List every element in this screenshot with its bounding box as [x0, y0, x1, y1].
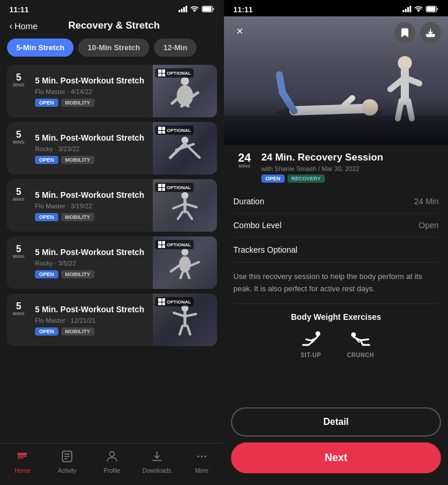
exercises-section: Body Weight Exercises: [233, 304, 439, 367]
tag-mobility: MOBILITY: [61, 270, 94, 278]
svg-rect-49: [405, 9, 407, 12]
crunch-label: CRUNCH: [347, 352, 374, 358]
optional-label: OPTIONAL: [167, 242, 191, 247]
download-button[interactable]: [420, 22, 441, 43]
svg-rect-36: [18, 456, 27, 457]
optional-badge: OPTIONAL: [155, 183, 194, 192]
nav-label-activity: Activity: [58, 467, 76, 474]
card-duration: 5 MINS: [7, 65, 30, 117]
svg-line-31: [174, 313, 185, 316]
battery-icon: [426, 6, 439, 13]
tab-5min[interactable]: 5-Min Stretch: [7, 39, 74, 57]
svg-point-23: [181, 249, 188, 256]
card-duration: 5 MINS: [7, 236, 30, 289]
card-tags: OPEN MOBILITY: [35, 156, 148, 164]
card-title: 5 Min. Post-Workout Stretch: [35, 132, 148, 143]
card-duration: 5 MINS: [7, 179, 30, 232]
workout-card[interactable]: 5 MINS 5 Min. Post-Workout Stretch Flo M…: [7, 65, 217, 117]
card-thumbnail: OPTIONAL: [153, 294, 217, 346]
card-duration: 5 MINS: [7, 294, 30, 346]
optional-badge: OPTIONAL: [155, 125, 194, 135]
svg-line-11: [187, 104, 190, 107]
nav-label-home: Home: [15, 467, 30, 474]
mins-label: MINS: [13, 311, 24, 316]
workout-card[interactable]: 5 MINS 5 Min. Post-Workout Stretch Flo M…: [7, 179, 217, 232]
svg-rect-5: [203, 6, 212, 11]
close-button[interactable]: ×: [231, 22, 249, 40]
optional-badge: OPTIONAL: [155, 240, 194, 249]
detail-button[interactable]: Detail: [231, 407, 441, 437]
mins-label: MINS: [13, 139, 24, 145]
workout-card[interactable]: 5 MINS 5 Min. Post-Workout Stretch Rocky…: [7, 122, 217, 175]
exercise-item-situp: SIT-UP: [298, 330, 324, 358]
tag-recovery: RECOVERY: [288, 175, 325, 183]
svg-rect-53: [427, 6, 436, 11]
home-icon: [16, 450, 29, 466]
hero-image: ×: [224, 16, 448, 145]
optional-icon: [158, 184, 165, 191]
nav-item-profile[interactable]: Profile: [96, 450, 128, 474]
card-meta: Rocky · 3/23/22: [35, 145, 148, 152]
svg-rect-38: [17, 452, 27, 454]
exercise-icons-row: SIT-UP CRU: [233, 330, 439, 358]
mins-label: MINS: [13, 197, 24, 202]
workout-header: 24 MINS 24 Min. Recovery Session with Sh…: [233, 152, 439, 183]
svg-line-20: [185, 204, 197, 207]
workout-title-area: 24 Min. Recovery Session with Shanie Sma…: [261, 152, 439, 183]
right-status-icons: [402, 6, 439, 13]
card-thumbnail: OPTIONAL: [153, 122, 217, 175]
svg-point-6: [181, 77, 189, 85]
tag-open: OPEN: [35, 270, 58, 278]
hero-overlay: [224, 98, 448, 145]
card-thumbnail: OPTIONAL: [153, 65, 217, 117]
tab-12min[interactable]: 12-Min: [154, 39, 197, 57]
left-status-bar: 11:11: [0, 0, 224, 16]
duration-value: 24 Min: [414, 197, 439, 206]
optional-label: OPTIONAL: [167, 71, 191, 76]
svg-line-59: [279, 75, 282, 92]
svg-line-33: [180, 326, 183, 334]
tabs-row: 5-Min Stretch 10-Min Stretch 12-Min: [0, 36, 224, 62]
workout-card[interactable]: 5 MINS 5 Min. Post-Workout Stretch Flo M…: [7, 294, 217, 346]
bookmark-button[interactable]: [394, 22, 415, 43]
right-panel: 11:11: [224, 0, 448, 485]
optional-label: OPTIONAL: [167, 299, 191, 305]
back-button[interactable]: ‹ Home: [9, 21, 38, 31]
nav-item-downloads[interactable]: Downloads: [141, 450, 173, 474]
nav-item-activity[interactable]: Activity: [51, 450, 83, 474]
svg-point-47: [204, 456, 206, 458]
card-thumbnail: OPTIONAL: [153, 179, 217, 232]
left-panel: 11:11: [0, 0, 224, 485]
next-button[interactable]: Next: [231, 442, 441, 473]
optional-icon: [158, 241, 165, 248]
workout-header-tags: OPEN RECOVERY: [261, 175, 439, 183]
nav-item-more[interactable]: More: [186, 450, 218, 474]
mins-number: 5: [16, 130, 22, 139]
left-status-icons: [178, 6, 215, 13]
activity-icon: [61, 450, 74, 466]
card-thumbnail: OPTIONAL: [153, 236, 217, 289]
workout-list: 5 MINS 5 Min. Post-Workout Stretch Flo M…: [0, 62, 224, 443]
svg-line-34: [187, 326, 190, 334]
card-tags: OPEN MOBILITY: [35, 213, 148, 221]
svg-point-43: [110, 452, 114, 456]
nav-item-home[interactable]: Home: [6, 450, 38, 474]
signal-icon: [402, 6, 411, 13]
svg-line-71: [309, 341, 313, 345]
svg-line-25: [171, 266, 179, 271]
optional-icon: [158, 69, 165, 76]
combo-level-value: Open: [419, 221, 439, 230]
card-tags: OPEN MOBILITY: [35, 327, 148, 336]
tag-open: OPEN: [35, 327, 58, 336]
svg-rect-1: [181, 9, 183, 12]
workout-card[interactable]: 5 MINS 5 Min. Post-Workout Stretch Rocky…: [7, 236, 217, 289]
svg-rect-50: [407, 7, 409, 12]
svg-line-32: [185, 314, 196, 316]
svg-point-7: [177, 85, 193, 106]
duration-row: Duration 24 Min: [233, 190, 439, 214]
tab-10min[interactable]: 10-Min Stretch: [78, 39, 149, 57]
svg-line-15: [176, 147, 185, 150]
mins-label: MINS: [13, 82, 24, 88]
mins-number: 5: [16, 187, 22, 197]
svg-line-26: [191, 262, 199, 266]
